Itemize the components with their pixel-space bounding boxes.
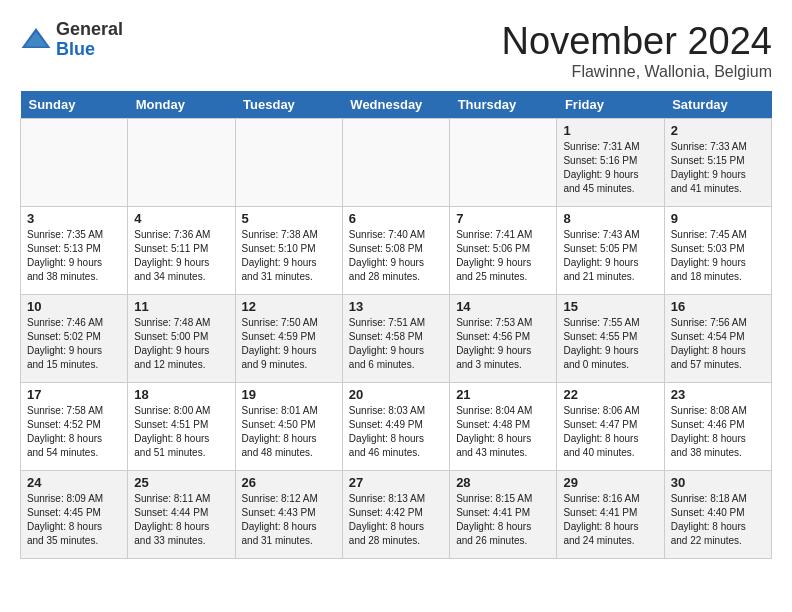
day-number: 19 (242, 387, 336, 402)
calendar-cell-5-7: 30Sunrise: 8:18 AM Sunset: 4:40 PM Dayli… (664, 471, 771, 559)
day-number: 22 (563, 387, 657, 402)
day-number: 29 (563, 475, 657, 490)
day-info: Sunrise: 7:55 AM Sunset: 4:55 PM Dayligh… (563, 316, 657, 372)
weekday-header-sunday: Sunday (21, 91, 128, 119)
calendar-cell-3-7: 16Sunrise: 7:56 AM Sunset: 4:54 PM Dayli… (664, 295, 771, 383)
calendar-cell-2-5: 7Sunrise: 7:41 AM Sunset: 5:06 PM Daylig… (450, 207, 557, 295)
logo: General Blue (20, 20, 123, 60)
day-info: Sunrise: 7:41 AM Sunset: 5:06 PM Dayligh… (456, 228, 550, 284)
calendar-cell-4-4: 20Sunrise: 8:03 AM Sunset: 4:49 PM Dayli… (342, 383, 449, 471)
day-number: 13 (349, 299, 443, 314)
calendar-cell-5-6: 29Sunrise: 8:16 AM Sunset: 4:41 PM Dayli… (557, 471, 664, 559)
header: General Blue November 2024 Flawinne, Wal… (20, 20, 772, 81)
day-number: 25 (134, 475, 228, 490)
day-number: 1 (563, 123, 657, 138)
day-number: 2 (671, 123, 765, 138)
day-number: 8 (563, 211, 657, 226)
day-number: 10 (27, 299, 121, 314)
day-number: 7 (456, 211, 550, 226)
day-number: 26 (242, 475, 336, 490)
calendar-cell-5-5: 28Sunrise: 8:15 AM Sunset: 4:41 PM Dayli… (450, 471, 557, 559)
calendar-cell-3-2: 11Sunrise: 7:48 AM Sunset: 5:00 PM Dayli… (128, 295, 235, 383)
day-info: Sunrise: 8:11 AM Sunset: 4:44 PM Dayligh… (134, 492, 228, 548)
calendar-cell-4-5: 21Sunrise: 8:04 AM Sunset: 4:48 PM Dayli… (450, 383, 557, 471)
calendar-cell-4-7: 23Sunrise: 8:08 AM Sunset: 4:46 PM Dayli… (664, 383, 771, 471)
day-number: 15 (563, 299, 657, 314)
calendar-week-row-4: 17Sunrise: 7:58 AM Sunset: 4:52 PM Dayli… (21, 383, 772, 471)
day-info: Sunrise: 7:43 AM Sunset: 5:05 PM Dayligh… (563, 228, 657, 284)
calendar-cell-4-2: 18Sunrise: 8:00 AM Sunset: 4:51 PM Dayli… (128, 383, 235, 471)
day-number: 17 (27, 387, 121, 402)
day-number: 9 (671, 211, 765, 226)
day-info: Sunrise: 7:31 AM Sunset: 5:16 PM Dayligh… (563, 140, 657, 196)
calendar-cell-3-4: 13Sunrise: 7:51 AM Sunset: 4:58 PM Dayli… (342, 295, 449, 383)
calendar-cell-3-6: 15Sunrise: 7:55 AM Sunset: 4:55 PM Dayli… (557, 295, 664, 383)
calendar-cell-3-3: 12Sunrise: 7:50 AM Sunset: 4:59 PM Dayli… (235, 295, 342, 383)
day-number: 27 (349, 475, 443, 490)
weekday-header-tuesday: Tuesday (235, 91, 342, 119)
weekday-header-thursday: Thursday (450, 91, 557, 119)
calendar-cell-3-5: 14Sunrise: 7:53 AM Sunset: 4:56 PM Dayli… (450, 295, 557, 383)
day-info: Sunrise: 8:09 AM Sunset: 4:45 PM Dayligh… (27, 492, 121, 548)
calendar-cell-1-4 (342, 119, 449, 207)
calendar-table: SundayMondayTuesdayWednesdayThursdayFrid… (20, 91, 772, 559)
day-number: 21 (456, 387, 550, 402)
month-title: November 2024 (502, 20, 772, 63)
calendar-cell-2-1: 3Sunrise: 7:35 AM Sunset: 5:13 PM Daylig… (21, 207, 128, 295)
calendar-cell-2-6: 8Sunrise: 7:43 AM Sunset: 5:05 PM Daylig… (557, 207, 664, 295)
day-info: Sunrise: 7:45 AM Sunset: 5:03 PM Dayligh… (671, 228, 765, 284)
day-number: 24 (27, 475, 121, 490)
day-info: Sunrise: 8:12 AM Sunset: 4:43 PM Dayligh… (242, 492, 336, 548)
day-info: Sunrise: 8:08 AM Sunset: 4:46 PM Dayligh… (671, 404, 765, 460)
weekday-header-monday: Monday (128, 91, 235, 119)
day-number: 6 (349, 211, 443, 226)
calendar-week-row-2: 3Sunrise: 7:35 AM Sunset: 5:13 PM Daylig… (21, 207, 772, 295)
calendar-cell-4-6: 22Sunrise: 8:06 AM Sunset: 4:47 PM Dayli… (557, 383, 664, 471)
logo-general-text: General (56, 20, 123, 40)
day-number: 3 (27, 211, 121, 226)
day-number: 5 (242, 211, 336, 226)
day-info: Sunrise: 7:46 AM Sunset: 5:02 PM Dayligh… (27, 316, 121, 372)
day-info: Sunrise: 8:15 AM Sunset: 4:41 PM Dayligh… (456, 492, 550, 548)
calendar-week-row-1: 1Sunrise: 7:31 AM Sunset: 5:16 PM Daylig… (21, 119, 772, 207)
day-number: 28 (456, 475, 550, 490)
day-number: 4 (134, 211, 228, 226)
weekday-header-row: SundayMondayTuesdayWednesdayThursdayFrid… (21, 91, 772, 119)
calendar-week-row-3: 10Sunrise: 7:46 AM Sunset: 5:02 PM Dayli… (21, 295, 772, 383)
calendar-cell-2-4: 6Sunrise: 7:40 AM Sunset: 5:08 PM Daylig… (342, 207, 449, 295)
calendar-cell-4-1: 17Sunrise: 7:58 AM Sunset: 4:52 PM Dayli… (21, 383, 128, 471)
calendar-week-row-5: 24Sunrise: 8:09 AM Sunset: 4:45 PM Dayli… (21, 471, 772, 559)
day-info: Sunrise: 7:35 AM Sunset: 5:13 PM Dayligh… (27, 228, 121, 284)
calendar-cell-5-2: 25Sunrise: 8:11 AM Sunset: 4:44 PM Dayli… (128, 471, 235, 559)
weekday-header-wednesday: Wednesday (342, 91, 449, 119)
day-info: Sunrise: 7:33 AM Sunset: 5:15 PM Dayligh… (671, 140, 765, 196)
day-number: 14 (456, 299, 550, 314)
weekday-header-saturday: Saturday (664, 91, 771, 119)
calendar-cell-4-3: 19Sunrise: 8:01 AM Sunset: 4:50 PM Dayli… (235, 383, 342, 471)
day-number: 18 (134, 387, 228, 402)
title-area: November 2024 Flawinne, Wallonia, Belgiu… (502, 20, 772, 81)
logo-icon (20, 24, 52, 56)
logo-text: General Blue (56, 20, 123, 60)
day-number: 16 (671, 299, 765, 314)
day-info: Sunrise: 8:01 AM Sunset: 4:50 PM Dayligh… (242, 404, 336, 460)
calendar-cell-1-2 (128, 119, 235, 207)
day-number: 23 (671, 387, 765, 402)
calendar-cell-1-6: 1Sunrise: 7:31 AM Sunset: 5:16 PM Daylig… (557, 119, 664, 207)
logo-blue-text: Blue (56, 40, 123, 60)
calendar-cell-1-1 (21, 119, 128, 207)
day-info: Sunrise: 8:03 AM Sunset: 4:49 PM Dayligh… (349, 404, 443, 460)
day-number: 30 (671, 475, 765, 490)
day-info: Sunrise: 7:51 AM Sunset: 4:58 PM Dayligh… (349, 316, 443, 372)
day-info: Sunrise: 7:36 AM Sunset: 5:11 PM Dayligh… (134, 228, 228, 284)
weekday-header-friday: Friday (557, 91, 664, 119)
calendar-cell-1-5 (450, 119, 557, 207)
day-number: 20 (349, 387, 443, 402)
day-info: Sunrise: 8:06 AM Sunset: 4:47 PM Dayligh… (563, 404, 657, 460)
day-info: Sunrise: 8:00 AM Sunset: 4:51 PM Dayligh… (134, 404, 228, 460)
day-info: Sunrise: 8:18 AM Sunset: 4:40 PM Dayligh… (671, 492, 765, 548)
day-info: Sunrise: 8:16 AM Sunset: 4:41 PM Dayligh… (563, 492, 657, 548)
calendar-cell-1-7: 2Sunrise: 7:33 AM Sunset: 5:15 PM Daylig… (664, 119, 771, 207)
calendar-cell-2-7: 9Sunrise: 7:45 AM Sunset: 5:03 PM Daylig… (664, 207, 771, 295)
day-info: Sunrise: 7:53 AM Sunset: 4:56 PM Dayligh… (456, 316, 550, 372)
